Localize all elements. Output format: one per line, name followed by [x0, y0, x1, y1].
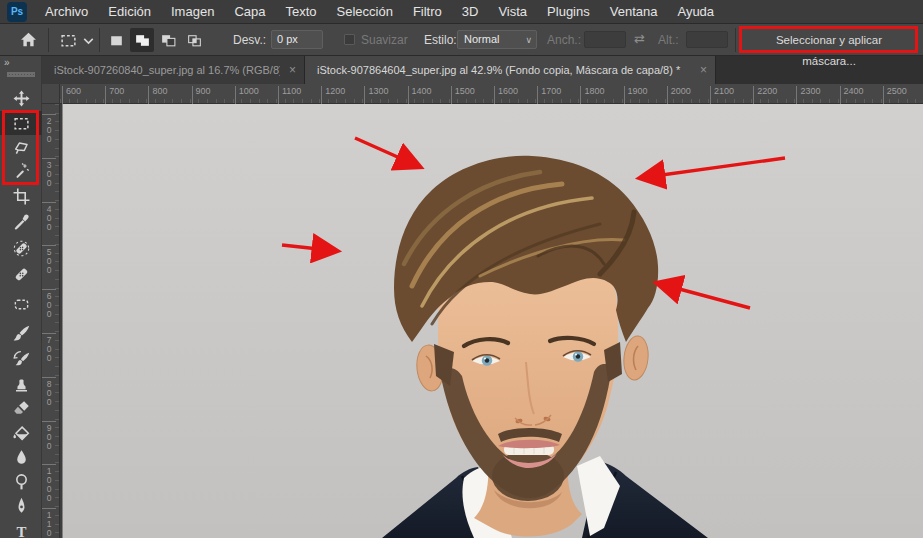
- rectangular-marquee-tool[interactable]: [0, 111, 42, 135]
- menu-item-capa[interactable]: Capa: [224, 0, 275, 24]
- h-ruler-label: 2000: [667, 86, 691, 104]
- h-ruler-label: 1000: [235, 86, 259, 104]
- divider: [48, 28, 49, 52]
- h-ruler-label: 1700: [537, 86, 561, 104]
- magic-wand-tool[interactable]: [0, 158, 42, 182]
- blur-tool[interactable]: [0, 445, 42, 469]
- svg-text:T: T: [16, 523, 26, 538]
- h-ruler-label: 1100: [278, 86, 301, 104]
- new-selection-icon[interactable]: [104, 28, 128, 52]
- toolbar: » T: [0, 56, 42, 538]
- smooth-checkbox[interactable]: [344, 34, 355, 45]
- tool-options-bar: Desv.: 0 px Suavizar Estilo: Normal ∨ An…: [0, 24, 923, 56]
- h-ruler-label: 1900: [624, 86, 648, 104]
- spot-healing-brush-tool[interactable]: [0, 236, 42, 260]
- vertical-ruler[interactable]: 20030040050060070080090010001100: [42, 104, 60, 538]
- paint-bucket-tool[interactable]: [0, 421, 42, 445]
- h-ruler-label: 1200: [321, 86, 345, 104]
- divider: [99, 28, 100, 52]
- menu-item-seleccio-n[interactable]: Selección: [327, 0, 403, 24]
- crop-tool[interactable]: [0, 184, 42, 208]
- menu-item-ayuda[interactable]: Ayuda: [667, 0, 724, 24]
- marquee-preset-icon[interactable]: [60, 32, 77, 53]
- height-input: [686, 31, 728, 48]
- menu-item-vista[interactable]: Vista: [488, 0, 537, 24]
- move-tool[interactable]: [0, 86, 42, 110]
- menu-items: ArchivoEdiciónImagenCapaTextoSelecciónFi…: [35, 0, 724, 24]
- chevron-down-icon: ∨: [525, 32, 532, 49]
- v-ruler-label: 900: [42, 421, 56, 451]
- canvas[interactable]: [60, 104, 923, 538]
- style-label: Estilo:: [424, 33, 457, 47]
- h-ruler-label: 900: [192, 86, 211, 104]
- chevron-down-icon[interactable]: [80, 32, 97, 53]
- v-ruler-label: 1100: [42, 508, 56, 538]
- intersect-selection-icon[interactable]: [182, 28, 206, 52]
- photoshop-window: Ps ArchivoEdiciónImagenCapaTextoSelecció…: [0, 0, 923, 538]
- patch-tool[interactable]: [0, 292, 42, 316]
- menu-item-filtro[interactable]: Filtro: [403, 0, 452, 24]
- width-input: [584, 31, 626, 48]
- document-tab-1[interactable]: iStock-907260840_super.jpg al 16.7% (RGB…: [42, 56, 305, 84]
- home-icon[interactable]: [20, 31, 37, 52]
- h-ruler-label: 1500: [451, 86, 475, 104]
- style-value: Normal: [464, 33, 499, 45]
- h-ruler-label: 1300: [364, 86, 388, 104]
- deviation-input[interactable]: 0 px: [271, 30, 323, 49]
- menu-item-archivo[interactable]: Archivo: [35, 0, 98, 24]
- swap-dimensions-icon[interactable]: ⇄: [634, 31, 645, 46]
- v-ruler-label: 800: [42, 377, 56, 407]
- brush-tool[interactable]: [0, 321, 42, 345]
- h-ruler-label: 1800: [580, 86, 604, 104]
- tab-label: iStock-907260840_super.jpg al 16.7% (RGB…: [54, 64, 280, 76]
- menu-item-ventana[interactable]: Ventana: [600, 0, 668, 24]
- v-ruler-label: 1000: [42, 464, 56, 503]
- height-label: Alt.:: [658, 33, 679, 47]
- horizontal-ruler[interactable]: 6007008009001000110012001300140015001600…: [60, 84, 923, 104]
- eraser-tool[interactable]: [0, 396, 42, 420]
- lasso-tool[interactable]: [0, 135, 42, 159]
- v-ruler-label: 500: [42, 245, 56, 275]
- style-dropdown[interactable]: Normal ∨: [457, 30, 537, 49]
- type-tool[interactable]: T: [0, 518, 42, 538]
- expand-panels-chevrons[interactable]: »: [4, 57, 11, 68]
- document-tab-2[interactable]: iStock-907864604_super.jpg al 42.9% (Fon…: [305, 56, 716, 84]
- ruler-corner[interactable]: [42, 84, 60, 104]
- h-ruler-label: 2100: [710, 86, 734, 104]
- h-ruler-label: 2300: [796, 86, 820, 104]
- v-ruler-label: 200: [42, 114, 56, 144]
- subtract-from-selection-icon[interactable]: [156, 28, 180, 52]
- dodge-tool[interactable]: [0, 469, 42, 493]
- select-and-mask-button[interactable]: Seleccionar y aplicar máscara...: [744, 29, 914, 51]
- menu-item-imagen[interactable]: Imagen: [161, 0, 224, 24]
- menu-item-3d[interactable]: 3D: [452, 0, 489, 24]
- tab-close-icon[interactable]: ×: [289, 63, 296, 77]
- history-brush-tool[interactable]: [0, 346, 42, 370]
- clone-stamp-tool[interactable]: [0, 372, 42, 396]
- h-ruler-label: 800: [148, 86, 167, 104]
- photoshop-logo: Ps: [7, 2, 27, 22]
- h-ruler-label: 600: [62, 86, 81, 104]
- toolbar-grip[interactable]: [7, 72, 35, 77]
- deviation-label: Desv.:: [233, 33, 266, 47]
- v-ruler-label: 300: [42, 158, 56, 188]
- v-ruler-label: 400: [42, 202, 56, 232]
- v-ruler-label: 700: [42, 333, 56, 363]
- h-ruler-label: 2400: [840, 86, 864, 104]
- h-ruler-label: 2200: [753, 86, 777, 104]
- smooth-label: Suavizar: [361, 33, 408, 47]
- eyedropper-tool[interactable]: [0, 210, 42, 234]
- width-label: Anch.:: [547, 33, 581, 47]
- pen-tool[interactable]: [0, 493, 42, 517]
- menu-item-plugins[interactable]: Plugins: [537, 0, 600, 24]
- divider: [735, 28, 736, 52]
- h-ruler-label: 700: [105, 86, 124, 104]
- document-tabbar: iStock-907260840_super.jpg al 16.7% (RGB…: [42, 56, 923, 84]
- healing-brush-tool[interactable]: [0, 262, 42, 286]
- portrait-photo: [60, 104, 923, 538]
- menu-item-texto[interactable]: Texto: [275, 0, 326, 24]
- tab-close-icon[interactable]: ×: [700, 63, 707, 77]
- v-ruler-label: 600: [42, 289, 56, 319]
- add-to-selection-icon[interactable]: [130, 28, 154, 52]
- menu-item-edicio-n[interactable]: Edición: [98, 0, 161, 24]
